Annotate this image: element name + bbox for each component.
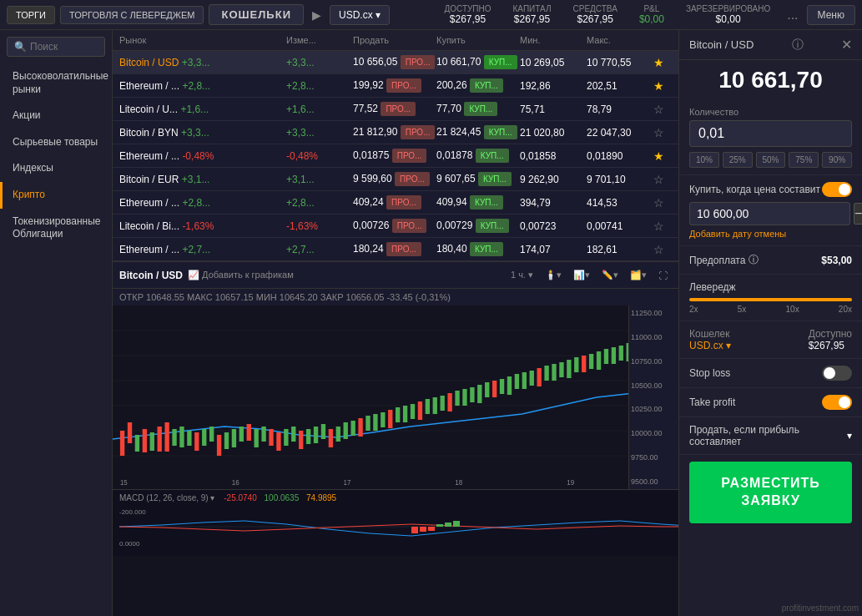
- sell-btn[interactable]: ПРО...: [392, 219, 427, 233]
- favorite-star[interactable]: ☆: [653, 243, 678, 256]
- watermark: profitinvestment.com: [782, 603, 859, 613]
- buy-btn[interactable]: КУП...: [484, 55, 517, 69]
- nav-dots[interactable]: ...: [784, 8, 801, 23]
- sidebar-item-tokenized[interactable]: Токенизированные Облигации: [0, 209, 112, 248]
- table-row[interactable]: Litecoin / U... +1,6... +1,6... 77,52 ПР…: [113, 98, 678, 121]
- favorite-star[interactable]: ☆: [653, 126, 678, 139]
- chart-fullscreen[interactable]: ⛶: [654, 268, 672, 282]
- sell-btn[interactable]: ПРО...: [392, 149, 427, 163]
- wallets-btn[interactable]: КОШЕЛЬКИ: [209, 4, 304, 25]
- leverage-slider[interactable]: [689, 298, 852, 301]
- quantity-input[interactable]: [689, 120, 852, 147]
- add-to-charts[interactable]: 📈 Добавить к графикам: [188, 270, 294, 280]
- leverage-label: Левередж: [689, 281, 852, 293]
- table-row[interactable]: Bitcoin / BYN +3,3... +3,3... 21 812,90 …: [113, 121, 678, 144]
- sidebar-item-stocks[interactable]: Акции: [0, 103, 112, 129]
- sidebar-item-commodities[interactable]: Сырьевые товары: [0, 129, 112, 156]
- sell-btn[interactable]: ПРО...: [386, 195, 421, 210]
- stoploss-row: Stop loss: [679, 359, 862, 388]
- available-value: $267,95: [809, 340, 852, 351]
- buy-btn[interactable]: КУП...: [484, 125, 517, 139]
- svg-rect-91: [453, 521, 460, 527]
- pct-10-btn[interactable]: 10%: [689, 152, 719, 168]
- svg-rect-87: [420, 527, 426, 532]
- svg-rect-29: [284, 429, 288, 446]
- table-row[interactable]: Bitcoin / USD +3,3... +3,3... 10 656,05 …: [113, 51, 678, 74]
- right-panel: Bitcoin / USD ⓘ ✕ 10 661,70 Количество 1…: [678, 30, 862, 616]
- timeframe-btn[interactable]: 1 ч. ▾: [507, 268, 537, 282]
- pct-50-btn[interactable]: 50%: [756, 152, 786, 168]
- sell-btn[interactable]: ПРО...: [381, 102, 416, 116]
- stat-reserved: ЗАРЕЗЕРВИРОВАНО $0,00: [678, 4, 779, 25]
- buy-btn[interactable]: КУП...: [470, 78, 503, 93]
- favorite-star[interactable]: ☆: [653, 173, 678, 186]
- chart-indicators[interactable]: 📊▾: [569, 268, 594, 282]
- search-box[interactable]: 🔍: [7, 37, 105, 57]
- add-date-link[interactable]: Добавить дату отмены: [689, 229, 852, 239]
- takeprofit-toggle[interactable]: [822, 395, 852, 410]
- pct-75-btn[interactable]: 75%: [789, 152, 819, 168]
- favorite-star[interactable]: ☆: [653, 220, 678, 233]
- svg-rect-30: [291, 427, 295, 442]
- favorite-star[interactable]: ★: [653, 149, 678, 163]
- leverage-btn[interactable]: ТОРГОВЛЯ С ЛЕВЕРЕДЖЕМ: [60, 6, 204, 24]
- chart-svg: 10656.05 15 16 17 18 19 18:0: [113, 305, 678, 489]
- search-input[interactable]: [30, 41, 105, 53]
- limit-toggle[interactable]: [822, 182, 852, 197]
- sidebar-item-volatile[interactable]: Высоковолатильные рынки: [0, 63, 112, 103]
- table-row[interactable]: Ethereum / ... +2,8... +2,8... 199,92 ПР…: [113, 74, 678, 98]
- sell-btn[interactable]: ПРО...: [395, 172, 430, 186]
- stoploss-toggle[interactable]: [822, 366, 852, 381]
- buy-btn[interactable]: КУП...: [464, 102, 497, 116]
- sell-btn[interactable]: ПРО...: [401, 125, 436, 139]
- wallet-selector[interactable]: USD.cx ▾: [689, 340, 731, 351]
- svg-rect-70: [589, 354, 593, 369]
- chart-draw[interactable]: ✏️▾: [597, 268, 623, 282]
- table-row[interactable]: Ethereum / ... -0,48% -0,48% 0,01875 ПРО…: [113, 144, 678, 168]
- svg-rect-24: [247, 424, 251, 441]
- nav-arrow: ▶: [309, 8, 325, 22]
- buy-btn[interactable]: КУП...: [476, 219, 509, 233]
- menu-btn[interactable]: Меню: [807, 5, 855, 25]
- svg-rect-74: [619, 346, 623, 361]
- close-icon[interactable]: ✕: [841, 37, 852, 53]
- place-order-btn[interactable]: РАЗМЕСТИТЬЗАЯВКУ: [689, 462, 852, 523]
- table-row[interactable]: Ethereum / ... +2,7... +2,7... 180,24 ПР…: [113, 238, 678, 261]
- table-row[interactable]: Bitcoin / EUR +3,1... +3,1... 9 599,60 П…: [113, 168, 678, 191]
- sell-btn[interactable]: ПРО...: [386, 242, 421, 256]
- svg-rect-55: [477, 385, 481, 403]
- sidebar-item-indices[interactable]: Индексы: [0, 155, 112, 182]
- macd-label[interactable]: MACD (12, 26, close, 9) ▾: [119, 493, 214, 502]
- buy-btn[interactable]: КУП...: [476, 149, 509, 163]
- buy-btn[interactable]: КУП...: [470, 195, 503, 210]
- pct-25-btn[interactable]: 25%: [723, 152, 753, 168]
- pair-selector[interactable]: USD.cx ▾: [330, 5, 390, 25]
- favorite-star[interactable]: ★: [653, 56, 678, 69]
- svg-rect-62: [530, 371, 534, 386]
- left-sidebar: 🔍 Высоковолатильные рынки Акции Сырьевые…: [0, 30, 113, 616]
- sell-btn[interactable]: ПРО...: [401, 55, 436, 69]
- buy-btn[interactable]: КУП...: [478, 172, 512, 186]
- info-icon[interactable]: ⓘ: [792, 38, 804, 53]
- limit-price-input[interactable]: [689, 202, 850, 225]
- favorite-star[interactable]: ☆: [653, 103, 678, 116]
- sidebar-item-crypto[interactable]: Крипто: [0, 182, 112, 209]
- takeprofit-label: Take profit: [689, 396, 735, 408]
- table-row[interactable]: Ethereum / ... +2,8... +2,8... 409,24 ПР…: [113, 191, 678, 215]
- favorite-star[interactable]: ☆: [653, 196, 678, 210]
- table-row[interactable]: Litecoin / Bi... -1,63% -1,63% 0,00726 П…: [113, 215, 678, 238]
- limit-price-minus[interactable]: −: [854, 203, 862, 225]
- stat-pnl: P&L $0,00: [631, 4, 673, 25]
- sell-btn[interactable]: ПРО...: [386, 78, 421, 93]
- sell-when-row[interactable]: Продать, если прибыль составляет ▾: [679, 417, 862, 455]
- quantity-label: Количество: [689, 107, 852, 117]
- chart-layers[interactable]: 🗂️▾: [626, 268, 651, 282]
- svg-rect-27: [269, 429, 273, 446]
- pct-90-btn[interactable]: 90%: [822, 152, 852, 168]
- trading-btn[interactable]: ТОРГИ: [7, 6, 55, 24]
- chart-type-btn[interactable]: 🕯️▾: [541, 268, 566, 282]
- stat-capital: КАПИТАЛ $267,95: [505, 4, 560, 25]
- buy-btn[interactable]: КУП...: [470, 242, 503, 256]
- svg-text:-200.000: -200.000: [119, 508, 146, 516]
- favorite-star[interactable]: ★: [653, 79, 678, 93]
